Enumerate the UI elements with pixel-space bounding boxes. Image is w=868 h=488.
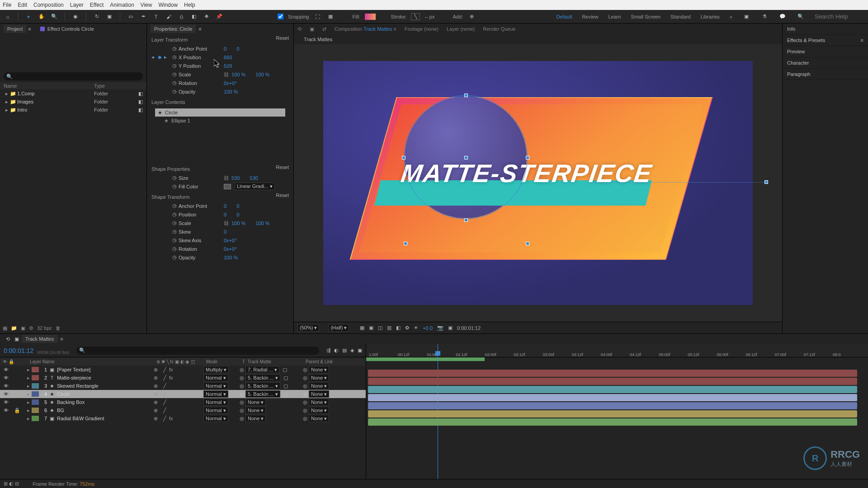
preview-panel[interactable]: Preview xyxy=(783,46,868,57)
property-value[interactable]: 100 % xyxy=(231,72,245,77)
matte-invert-icon[interactable]: ▢ xyxy=(283,391,288,397)
workspace-small[interactable]: Small Screen xyxy=(631,14,660,19)
visibility-toggle-icon[interactable]: 👁 xyxy=(4,383,9,389)
shy-switch-icon[interactable]: ⊕ xyxy=(154,416,158,422)
matte-invert-icon[interactable]: ▢ xyxy=(283,367,287,372)
blend-mode-dropdown[interactable]: Normal ▾ xyxy=(203,382,228,389)
stopwatch-icon[interactable]: ◷ xyxy=(170,80,179,86)
chat-icon[interactable]: 💬 xyxy=(778,13,787,21)
constrain-link-icon[interactable]: ⛓ xyxy=(224,72,229,77)
visibility-toggle-icon[interactable]: 👁 xyxy=(4,408,9,413)
timeline-layer-row[interactable]: ▸ 7 ▣ Radial B&W Gradient ⊕ ╱ fx Normal … xyxy=(0,414,366,422)
timeline-blur-icon[interactable]: ◐ xyxy=(334,347,339,353)
timeline-search[interactable]: 🔍 xyxy=(76,347,319,355)
parent-dropdown[interactable]: None ▾ xyxy=(309,366,329,373)
timeline-layer-row[interactable]: 👁 ▸ 5 ★ Backing Box ⊕ ╱ Normal ▾ ◎ None … xyxy=(0,398,366,406)
layer-contents-ellipse[interactable]: ★Ellipse 1 xyxy=(155,117,285,125)
property-value[interactable]: 0x+0° xyxy=(224,238,237,243)
menu-layer[interactable]: Layer xyxy=(70,2,84,8)
transparency-grid-icon[interactable]: ▦ xyxy=(360,325,364,331)
fx-switch-icon[interactable]: fx xyxy=(169,367,173,373)
zoom-dropdown[interactable]: (50%) ▾ xyxy=(297,324,319,332)
track-matte-pick-icon[interactable]: ◎ xyxy=(240,391,244,397)
twirl-icon[interactable]: ▸ xyxy=(27,408,30,413)
exposure-adjust-icon[interactable]: ☀ xyxy=(414,325,418,331)
timeline-shy-icon[interactable]: ⇶ xyxy=(326,347,330,353)
timeline-layer-row[interactable]: 👁 🔒 ▸ 6 ★ BG ⊕ ╱ Normal ▾ ◎ None ▾ xyxy=(0,406,366,414)
stopwatch-icon[interactable]: ◷ xyxy=(170,54,179,60)
snap-ext-icon[interactable]: ⛶ xyxy=(314,13,322,21)
timeline-sync-icon[interactable]: ⟲ xyxy=(4,335,12,343)
property-value[interactable]: 0 xyxy=(224,46,226,52)
color-mgmt-icon[interactable]: ✿ xyxy=(405,325,409,331)
stroke-width[interactable]: -- px xyxy=(425,14,434,19)
layer-bar[interactable] xyxy=(368,394,857,401)
parent-dropdown[interactable]: None ▾ xyxy=(309,399,329,406)
layer-bar[interactable] xyxy=(368,402,857,409)
visibility-toggle-icon[interactable]: 👁 xyxy=(4,375,9,380)
parent-dropdown[interactable]: None ▾ xyxy=(309,374,329,381)
prev-key-icon[interactable]: ◂ xyxy=(151,54,158,60)
parent-pickwhip-icon[interactable]: ◎ xyxy=(303,391,307,397)
composition-viewer[interactable]: MATTE-STERPIECE xyxy=(294,44,782,322)
zoom-tool-icon[interactable]: 🔍 xyxy=(50,13,58,21)
shape-props-reset[interactable]: Reset xyxy=(276,164,289,174)
label-color-icon[interactable]: ◧ xyxy=(138,91,143,97)
layer-name[interactable]: Skewed Rectangle xyxy=(57,383,99,389)
anchor-tool-icon[interactable]: ▣ xyxy=(105,13,113,21)
selection-tool-icon[interactable]: ▸ xyxy=(25,13,33,21)
timeline-layer-row[interactable]: 👁 ▸ 4 ★ Circle ⊕ ╱ Normal ▾ ◎ 5. Backin … xyxy=(0,390,366,398)
layer-bar[interactable] xyxy=(368,418,857,426)
rectangle-tool-icon[interactable]: ▭ xyxy=(127,13,135,21)
label-color-icon[interactable] xyxy=(32,383,39,389)
channel-icon[interactable]: ◧ xyxy=(396,325,401,331)
new-folder-icon[interactable]: 📁 xyxy=(11,325,17,331)
twirl-icon[interactable]: ▸ xyxy=(4,99,10,105)
help-search-input[interactable] xyxy=(815,13,864,20)
pen-tool-icon[interactable]: ✒ xyxy=(139,13,147,21)
snap-grid-icon[interactable]: ▦ xyxy=(326,13,335,21)
property-value[interactable]: 100 % xyxy=(231,221,245,226)
parent-dropdown[interactable]: None ▾ xyxy=(309,382,329,389)
layer-name[interactable]: BG xyxy=(57,408,64,413)
resolution-dropdown[interactable]: (Half) ▾ xyxy=(328,324,349,332)
shy-switch-icon[interactable]: ⊕ xyxy=(154,383,158,389)
project-item[interactable]: ▸ 📁 Intro Folder ◧ xyxy=(0,106,146,114)
label-color-icon[interactable]: ◧ xyxy=(138,107,143,113)
workspace-overflow-icon[interactable]: » xyxy=(730,14,732,19)
menu-help[interactable]: Help xyxy=(184,2,195,8)
track-matte-dropdown[interactable]: 5. Backin ... ▾ xyxy=(245,382,280,389)
shy-switch-icon[interactable]: ⊕ xyxy=(154,367,158,373)
orbit-tool-icon[interactable]: ◉ xyxy=(71,13,80,21)
mask-visibility-icon[interactable]: ▣ xyxy=(369,325,373,331)
stopwatch-icon[interactable]: ◷ xyxy=(170,175,179,181)
label-color-icon[interactable] xyxy=(32,408,39,413)
project-col-type[interactable]: Type xyxy=(94,83,105,89)
character-panel[interactable]: Character xyxy=(783,57,868,69)
text-tool-icon[interactable]: T xyxy=(152,13,160,21)
project-item[interactable]: ▸ 📁 1.Comp Folder ◧ xyxy=(0,89,146,98)
stopwatch-icon[interactable]: ◷ xyxy=(170,254,179,260)
layer-contents-circle[interactable]: ★Circle xyxy=(155,108,285,117)
blend-mode-dropdown[interactable]: Normal ▾ xyxy=(203,390,228,398)
viewer-lock-icon[interactable]: ⟲ xyxy=(297,26,302,32)
parent-pickwhip-icon[interactable]: ◎ xyxy=(303,375,307,380)
parent-pickwhip-icon[interactable]: ◎ xyxy=(303,408,307,413)
property-value[interactable]: 660 xyxy=(224,55,232,60)
twirl-icon[interactable]: ▸ xyxy=(27,399,30,405)
add-keyframe-icon[interactable]: ◆ xyxy=(158,54,164,60)
twirl-icon[interactable]: ▸ xyxy=(27,391,30,397)
property-value-2[interactable]: 0 xyxy=(236,212,239,217)
track-matte-dropdown[interactable]: 7. Radial ... ▾ xyxy=(245,366,279,373)
timeline-layer-row[interactable]: 👁 ▸ 3 ★ Skewed Rectangle ⊕ ╱ Normal ▾ ◎ … xyxy=(0,382,366,390)
current-time[interactable]: 0:00:01:12 xyxy=(4,347,33,354)
timeline-graph[interactable]: 1:00f00:12f01:00f01:12f02:00f02:12f03:00… xyxy=(366,344,868,479)
fx-switch-icon[interactable]: fx xyxy=(169,416,173,422)
stopwatch-icon[interactable]: ◷ xyxy=(170,220,179,226)
twirl-icon[interactable]: ▸ xyxy=(27,383,30,389)
stopwatch-icon[interactable]: ◷ xyxy=(170,46,179,52)
shy-switch-icon[interactable]: ⊕ xyxy=(154,408,158,413)
property-value[interactable]: 0x+0° xyxy=(224,80,237,86)
workspace-libraries[interactable]: Libraries xyxy=(701,14,720,19)
col-parent[interactable]: Parent & Link xyxy=(303,359,348,364)
